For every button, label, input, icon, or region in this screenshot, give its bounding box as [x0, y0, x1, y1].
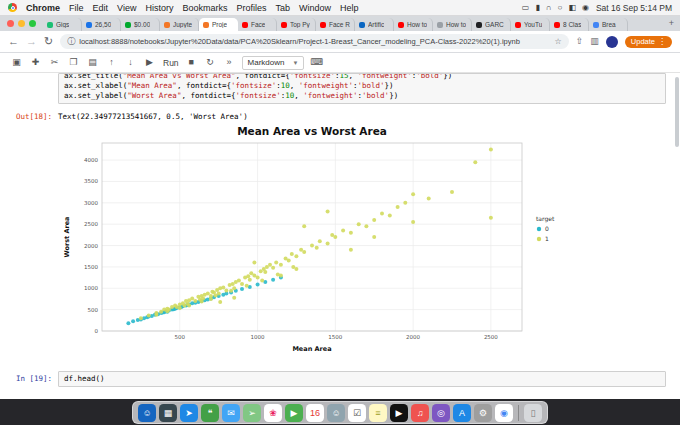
code-cell-next[interactable]: In [19]: df.head() [6, 371, 666, 387]
dock-photos-icon[interactable]: ❀ [264, 404, 282, 422]
dock-reminders-icon[interactable]: ☑ [348, 404, 366, 422]
update-label: Update [631, 37, 655, 46]
interrupt-kernel-button[interactable]: ■ [185, 58, 198, 67]
browser-tab[interactable]: Jupyte [160, 18, 199, 31]
browser-tab[interactable]: $0.00 [121, 18, 160, 31]
screen-mirroring-icon[interactable]: ▭ [522, 4, 530, 12]
tab-label: Top Py [290, 21, 310, 28]
cut-cells-button[interactable]: ✂ [48, 58, 61, 67]
browser-tab[interactable]: Artific [355, 18, 394, 31]
dock-tv-icon[interactable]: ▶ [390, 404, 408, 422]
browser-tab[interactable]: Gigs [43, 18, 82, 31]
battery-icon[interactable]: ▮ [535, 4, 539, 12]
menu-item-edit[interactable]: Edit [93, 3, 109, 13]
control-center-icon[interactable]: ◧ [568, 4, 576, 12]
browser-toolbar: ← → ↻ ⓘ localhost:8888/notebooks/Jupyter… [0, 31, 680, 53]
zoom-window-button[interactable] [29, 20, 36, 27]
browser-tab[interactable]: Brea [589, 18, 628, 31]
browser-tab[interactable]: How to [394, 18, 433, 31]
dock-notes-icon[interactable]: ≡ [369, 404, 387, 422]
browser-tab[interactable]: Face R [316, 18, 355, 31]
wifi-icon[interactable]: ∩ [546, 4, 552, 12]
tab-label: Face [251, 21, 265, 28]
dock-trash-icon[interactable]: ▯ [524, 404, 542, 422]
out-text: Text(22.34977213541667, 0.5, 'Worst Area… [58, 109, 248, 121]
site-info-icon[interactable]: ⓘ [67, 36, 75, 47]
dock-messages-icon[interactable]: ❝ [201, 404, 219, 422]
menu-item-bookmarks[interactable]: Bookmarks [182, 3, 227, 13]
dock-mail-icon[interactable]: ✉ [222, 404, 240, 422]
siri-icon[interactable]: ◉ [582, 4, 589, 12]
browser-tab[interactable]: GARC [472, 18, 511, 31]
dock-safari-icon[interactable]: ➤ [180, 404, 198, 422]
menu-item-history[interactable]: History [145, 3, 173, 13]
url-text[interactable]: localhost:8888/notebooks/Jupyter%20Data/… [79, 37, 550, 46]
minimize-window-button[interactable] [18, 20, 25, 27]
close-window-button[interactable] [7, 20, 14, 27]
code-editor[interactable]: ax.set_title("Mean Area vs Worst Area", … [58, 73, 666, 104]
restart-run-all-button[interactable]: » [223, 58, 236, 67]
browser-tab[interactable]: YouTu [511, 18, 550, 31]
dock-system-preferences-icon[interactable]: ⚙ [474, 404, 492, 422]
search-icon[interactable]: ○ [558, 4, 563, 12]
dock-app-store-icon[interactable]: A [453, 404, 471, 422]
menu-item-view[interactable]: View [117, 3, 136, 13]
add-cell-button[interactable]: ✚ [29, 58, 42, 67]
restart-kernel-button[interactable]: ↻ [204, 58, 217, 67]
new-tab-button[interactable]: + [665, 18, 680, 31]
menu-item-profiles[interactable]: Profiles [236, 3, 266, 13]
bookmark-star-icon[interactable]: ☆ [555, 37, 562, 46]
profile-avatar[interactable] [606, 36, 618, 48]
code-editor[interactable]: df.head() [58, 371, 666, 387]
scatter-plot-figure: 5001000150020002500050010001500200025003… [60, 125, 680, 369]
keyboard-shortcuts-button[interactable]: ⌨ [310, 58, 323, 67]
dock-podcasts-icon[interactable]: ◎ [432, 404, 450, 422]
browser-menu-kebab-icon[interactable]: ⋮ [658, 37, 666, 46]
menu-item-help[interactable]: Help [340, 3, 359, 13]
share-icon[interactable]: ⇧ [576, 37, 584, 46]
tab-favicon [554, 22, 560, 28]
window-controls [7, 20, 36, 27]
back-button[interactable]: ← [8, 36, 19, 47]
tab-favicon [515, 22, 521, 28]
run-button-label[interactable]: Run [163, 58, 179, 68]
browser-tab[interactable]: Face [238, 18, 277, 31]
move-cell-down-button[interactable]: ↓ [124, 58, 137, 67]
tab-label: Jupyte [173, 21, 192, 28]
address-bar[interactable]: ⓘ localhost:8888/notebooks/Jupyter%20Dat… [60, 34, 569, 49]
menu-item-tab[interactable]: Tab [275, 3, 290, 13]
cell-prompt [6, 73, 58, 104]
move-cell-up-button[interactable]: ↑ [105, 58, 118, 67]
menu-bar-status-area: ▭▮∩○◧◉ Sat 16 Sep 5:14 PM [522, 3, 672, 13]
menu-clock[interactable]: Sat 16 Sep 5:14 PM [596, 3, 672, 13]
chrome-logo-icon [8, 3, 17, 12]
dock-facetime-icon[interactable]: ▶ [285, 404, 303, 422]
browser-tab[interactable]: How to [433, 18, 472, 31]
reload-button[interactable]: ↻ [44, 36, 53, 47]
side-panel-icon[interactable]: ▥ [590, 37, 599, 46]
update-button[interactable]: Update ⋮ [625, 36, 672, 48]
browser-tab[interactable]: 26,50 [82, 18, 121, 31]
save-button[interactable]: ▣ [10, 58, 23, 67]
dock-contacts-icon[interactable]: ☺ [327, 404, 345, 422]
cell-type-select[interactable]: Markdown ▼ [242, 56, 305, 70]
dock-finder-icon[interactable]: ☺ [138, 404, 156, 422]
browser-tab-active[interactable]: Proje [199, 18, 238, 31]
forward-button[interactable]: → [26, 36, 37, 47]
browser-tab[interactable]: Top Py [277, 18, 316, 31]
legend-title: target [536, 215, 555, 223]
scrollbar[interactable] [675, 77, 679, 147]
dock-maps-icon[interactable]: ➢ [243, 404, 261, 422]
dock-chrome-icon[interactable]: ◉ [495, 404, 513, 422]
run-button[interactable]: ▶ [143, 58, 156, 67]
browser-tab[interactable]: 8 Clas [550, 18, 589, 31]
copy-cells-button[interactable]: ❐ [67, 58, 80, 67]
paste-cells-button[interactable]: ▤ [86, 58, 99, 67]
code-cell[interactable]: ax.set_title("Mean Area vs Worst Area", … [6, 73, 666, 104]
dock-music-icon[interactable]: ♫ [411, 404, 429, 422]
svg-text:2500: 2500 [484, 334, 498, 340]
dock-calendar-icon[interactable]: 16 [306, 404, 324, 422]
menu-item-file[interactable]: File [69, 3, 84, 13]
dock-launchpad-icon[interactable]: ▦ [159, 404, 177, 422]
menu-item-window[interactable]: Window [299, 3, 331, 13]
